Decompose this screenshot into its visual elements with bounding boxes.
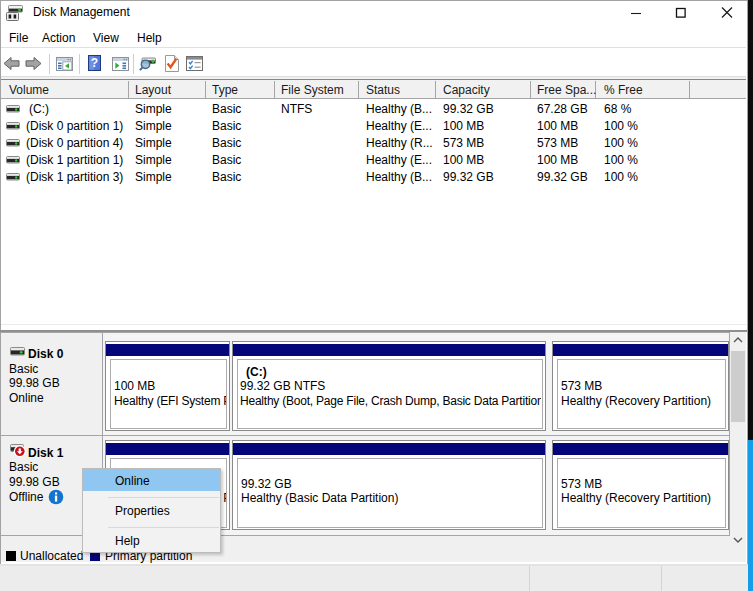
svg-text:?: ? [91, 56, 98, 70]
